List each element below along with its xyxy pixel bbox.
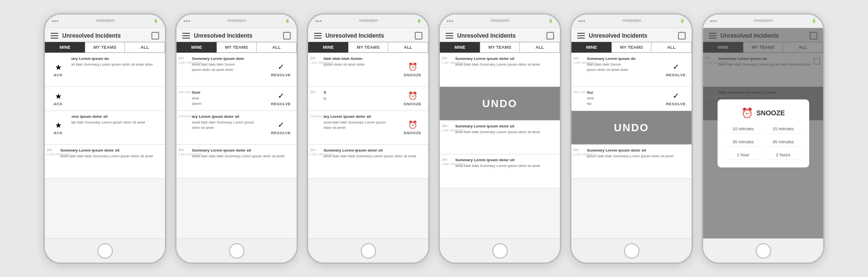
incident-detail: amet blah blah Summary Lorem ipsum dolor… (455, 130, 557, 135)
ack-action[interactable]: ★ACK (45, 111, 71, 144)
incident-row[interactable]: 5mLOW URGENCYSummary Lorem ipsum dolor s… (176, 145, 297, 179)
tab-mine[interactable]: MINE (308, 42, 348, 53)
resolve-action[interactable]: ✓RESOLVE (660, 53, 692, 86)
home-button[interactable] (624, 243, 639, 259)
incident-summary: Summary Lorem ipsum dolor sit (587, 148, 689, 153)
snooze-action[interactable]: ⏰SNOOZE (397, 87, 428, 111)
tab-mine[interactable]: MINE (45, 42, 85, 53)
search-icon[interactable] (151, 32, 159, 40)
menu-icon[interactable] (314, 33, 322, 39)
tab-mine[interactable]: MINE (176, 42, 217, 53)
action-icon: ★ (55, 63, 62, 72)
tab-my-teams[interactable]: MY TEAMS (348, 42, 389, 53)
tab-all[interactable]: ALL (125, 42, 165, 53)
signal-indicator: ●●● (578, 19, 585, 23)
menu-icon[interactable] (577, 33, 585, 39)
incident-time: 2m (310, 90, 321, 94)
urgency-label: LOW URGENCY (178, 153, 189, 156)
incident-row[interactable]: 2mLOW URGENCYSummary Lorem ipsum dolor s… (308, 145, 428, 179)
snooze-action[interactable]: ⏰SNOOZE (397, 53, 428, 86)
incident-content-wrap: 2mLOW URGENCYSummary Lorem ipsum doblah … (571, 53, 660, 86)
tab-all[interactable]: ALL (651, 42, 692, 53)
phone-speaker (227, 19, 246, 22)
resolve-action[interactable]: ✓RESOLVE (265, 111, 297, 144)
resolve-action[interactable]: ✓RESOLVE (660, 87, 692, 111)
incident-row[interactable]: ★ACK2mSaip (45, 87, 165, 111)
snooze-option[interactable]: 15 minutes (765, 125, 801, 134)
incident-row[interactable]: 2mLOW URGENCYSummary Lorem ipsum dolor s… (440, 53, 560, 87)
ack-action[interactable]: ★ACK (45, 87, 71, 111)
incident-row[interactable]: ★ACK2mLOW URGENCYSummary Lorem ipsum dob… (45, 53, 165, 87)
snooze-option[interactable]: 10 minutes (725, 125, 761, 134)
menu-icon[interactable] (51, 33, 58, 39)
home-button[interactable] (492, 243, 508, 259)
incident-row[interactable]: URGENCYary Lorem ipsum dolor sitamet bla… (176, 111, 297, 145)
incident-time: 2m (442, 56, 452, 60)
incident-summary: ary Lorem ipsum dolor sit (324, 114, 394, 119)
home-button[interactable] (756, 243, 771, 259)
incident-row[interactable]: 2mLOW URGENCYSummary Lorem ipsum dolor s… (440, 121, 560, 154)
home-button[interactable] (97, 243, 113, 259)
home-button[interactable] (229, 243, 244, 259)
urgency-label: LOW URGENCY (178, 61, 189, 64)
tab-mine[interactable]: MINE (440, 42, 480, 53)
tab-all[interactable]: ALL (388, 42, 428, 53)
screen-header: Unresolved Incidents (308, 28, 428, 42)
incident-row[interactable]: 2mLOW URGENCYSummary Lorem ipsum doloame… (176, 53, 297, 87)
home-button[interactable] (361, 243, 376, 259)
urgency-label: URGENCY (178, 115, 189, 118)
search-icon[interactable] (283, 32, 291, 40)
tab-my-teams[interactable]: MY TEAMS (480, 42, 520, 53)
incident-content-wrap: 2mSip (308, 87, 397, 111)
tab-all[interactable]: ALL (520, 42, 560, 53)
tab-my-teams[interactable]: MY TEAMS (611, 42, 652, 53)
snooze-option[interactable]: 30 minutes (725, 138, 761, 147)
incident-row[interactable]: UNDO (440, 87, 560, 121)
action-icon: ✓ (278, 120, 284, 129)
incident-row[interactable]: URGENCYary Lorem ipsum dolor sitamet bla… (308, 111, 428, 145)
menu-icon[interactable] (446, 33, 453, 39)
undo-banner[interactable]: UNDO (440, 87, 560, 120)
search-icon[interactable] (415, 32, 422, 40)
incident-content-wrap: 2mLOW URGENCYSummary Lorem ipsum dolor s… (45, 145, 165, 178)
snooze-modal-backdrop[interactable]: ⏰SNOOZE10 minutes15 minutes30 minutes45 … (703, 28, 823, 238)
action-label: RESOLVE (666, 73, 686, 77)
menu-icon[interactable] (182, 33, 190, 39)
tab-all[interactable]: ALL (257, 42, 297, 53)
snooze-option[interactable]: 2 hours (765, 151, 801, 160)
undo-banner[interactable]: UNDO (571, 111, 692, 144)
resolve-action[interactable]: ✓RESOLVE (265, 87, 297, 111)
snooze-action[interactable]: ⏰SNOOZE (397, 111, 428, 144)
ack-action[interactable]: ★ACK (45, 53, 71, 86)
battery-indicator: 🔋 (153, 19, 158, 23)
urgency-label: 2m LOW (573, 91, 584, 94)
tab-my-teams[interactable]: MY TEAMS (85, 42, 125, 53)
phone-screen: Unresolved Incidents MINEMY TEAMSALL2mLO… (703, 28, 823, 238)
screen-header: Unresolved Incidents (176, 28, 297, 42)
incident-row[interactable]: 2mLOW URGENCYSummary Lorem ipsum dolor s… (440, 154, 560, 188)
incident-row[interactable]: 2mLOW USumameipsum✓RESOLVE (176, 87, 297, 111)
battery-indicator: 🔋 (812, 19, 816, 23)
incident-row[interactable]: 5mLOW URGENCYSummary Lorem ipsum dolor s… (571, 145, 692, 179)
incident-row[interactable]: 2mLOW URGENCYblah blah blah Summipsum do… (308, 53, 428, 87)
search-icon[interactable] (678, 32, 686, 40)
tab-my-teams[interactable]: MY TEAMS (217, 42, 257, 53)
incident-row[interactable]: UNDO (571, 111, 692, 145)
incident-time-col: URGENCY (176, 111, 191, 144)
snooze-option[interactable]: 45 minutes (765, 138, 801, 147)
search-icon[interactable] (546, 32, 554, 40)
action-label: ACK (54, 73, 63, 77)
incident-row[interactable]: ★ACKURGENCYary Lorem ipsum dolor sitamet… (45, 111, 165, 145)
phones-container: ●●●9:41🔋 Unresolved Incidents MINEMY TEA… (43, 13, 825, 264)
snooze-option[interactable]: 1 hour (725, 151, 761, 160)
incident-text: Sumameipsum (191, 87, 265, 111)
incident-text: ary Lorem ipsum dolor sitamet blah blah … (323, 111, 397, 144)
incident-row[interactable]: 2mSip⏰SNOOZE (308, 87, 428, 111)
incident-summary: Summary Lorem ipsum dolor sit (455, 124, 557, 129)
incident-row[interactable]: 2mLOW URGENCYSummary Lorem ipsum doblah … (571, 53, 692, 87)
screen-header: Unresolved Incidents (440, 28, 560, 42)
tab-mine[interactable]: MINE (571, 42, 611, 53)
resolve-action[interactable]: ✓RESOLVE (265, 53, 297, 86)
incident-row[interactable]: 2m LOWSurameisp✓RESOLVE (571, 87, 692, 111)
incident-row[interactable]: 2mLOW URGENCYSummary Lorem ipsum dolor s… (45, 145, 165, 179)
